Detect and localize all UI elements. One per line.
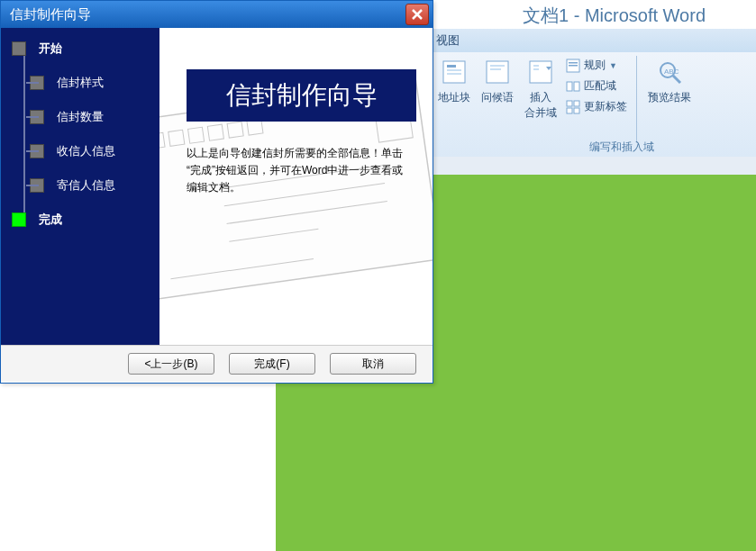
ribbon-insert-merge[interactable]: 插入 合并域 (519, 52, 562, 139)
tab-view[interactable]: 视图 (436, 33, 460, 47)
ribbon-preview[interactable]: ABC 预览结果 (642, 52, 697, 139)
ribbon-rules[interactable]: 规则 ▼ (566, 58, 627, 73)
nav-sender[interactable]: 寄信人信息 (12, 177, 159, 194)
svg-line-20 (673, 76, 680, 83)
previous-button[interactable]: <上一步(B) (128, 353, 214, 375)
cancel-button[interactable]: 取消 (330, 353, 416, 375)
svg-text:ABC: ABC (664, 68, 679, 76)
nav-recipient[interactable]: 收信人信息 (12, 143, 159, 159)
nav-style[interactable]: 信封样式 (12, 75, 159, 91)
svg-rect-6 (490, 68, 501, 70)
nav-count[interactable]: 信封数量 (12, 109, 159, 125)
svg-rect-18 (574, 108, 579, 113)
svg-rect-4 (487, 61, 508, 83)
wizard-content: 信封制作向导 以上是向导创建信封所需要的全部信息！单击“完成”按钮返回，并可在W… (159, 28, 433, 345)
svg-rect-5 (490, 65, 505, 67)
greeting-icon (483, 58, 512, 86)
ribbon-update-labels[interactable]: 更新标签 (566, 99, 627, 114)
wizard-nav: 开始 信封样式 信封数量 收信人信息 寄信人信息 (1, 28, 159, 345)
match-icon (566, 79, 580, 94)
insert-merge-icon (526, 58, 555, 86)
ribbon-greeting[interactable]: 问候语 (476, 52, 519, 139)
ribbon-address-block[interactable]: 地址块 (433, 52, 476, 139)
content-heading: 信封制作向导 (187, 69, 416, 122)
ribbon-group-label: 编写和插入域 (433, 140, 756, 155)
preview-icon: ABC (655, 58, 684, 86)
ribbon-match-fields[interactable]: 匹配域 (566, 78, 627, 94)
step-box-icon (12, 41, 26, 56)
dialog-titlebar: 信封制作向导 (1, 1, 433, 28)
content-description: 以上是向导创建信封所需要的全部信息！单击“完成”按钮返回，并可在Word中进一步… (187, 145, 412, 197)
svg-rect-8 (533, 65, 539, 67)
app-title: 文档1 - Microsoft Word (523, 4, 706, 28)
svg-rect-0 (443, 61, 465, 83)
ribbon-separator (636, 56, 637, 142)
svg-rect-2 (447, 69, 461, 71)
dialog-title: 信封制作向导 (10, 6, 91, 23)
close-button[interactable] (405, 4, 429, 25)
envelope-wizard-dialog: 信封制作向导 开始 信封样式 信封数量 收 (0, 0, 433, 384)
svg-rect-1 (447, 65, 456, 68)
rules-icon (566, 59, 580, 73)
svg-rect-13 (567, 82, 572, 91)
svg-rect-12 (569, 65, 578, 67)
svg-rect-16 (574, 101, 579, 106)
svg-rect-7 (530, 61, 551, 83)
close-icon (411, 8, 424, 21)
nav-finish[interactable]: 完成 (12, 212, 159, 228)
ribbon: 地址块 问候语 插入 合并域 规则 ▼ 匹配域 更新标签 ABC 预览结 (433, 52, 756, 158)
finish-button[interactable]: 完成(F) (229, 353, 315, 375)
step-box-active-icon (12, 212, 26, 227)
svg-rect-17 (567, 108, 572, 113)
svg-rect-14 (574, 82, 579, 91)
dialog-footer: <上一步(B) 完成(F) 取消 (1, 345, 433, 382)
svg-rect-9 (533, 68, 539, 70)
chevron-down-icon: ▼ (609, 61, 617, 70)
nav-start[interactable]: 开始 (12, 41, 159, 57)
update-icon (566, 100, 580, 114)
svg-rect-15 (567, 101, 572, 106)
svg-rect-3 (447, 73, 461, 75)
ribbon-side-group: 规则 ▼ 匹配域 更新标签 (562, 52, 631, 114)
svg-rect-11 (569, 62, 578, 64)
address-block-icon (440, 58, 469, 86)
